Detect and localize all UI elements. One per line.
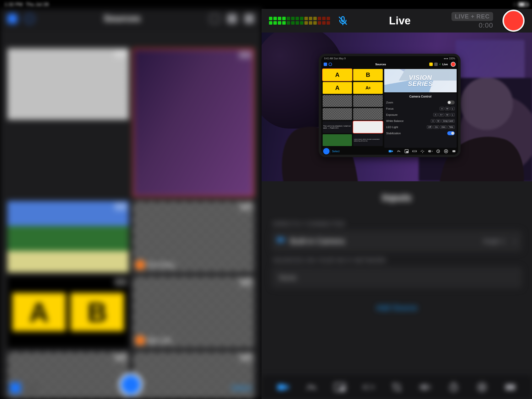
source-thumb[interactable] [7, 48, 129, 120]
toggle [447, 131, 455, 135]
info-icon[interactable] [25, 14, 34, 24]
mini-record-icon [451, 62, 456, 67]
inputs-panel: Inputs DIRECTLY CONNECTED Built-in Camer… [262, 181, 532, 375]
camera-icon [277, 237, 285, 245]
source-thumb[interactable] [7, 201, 129, 272]
layout-icon[interactable] [210, 14, 220, 24]
battery-icon [518, 2, 528, 7]
wifi-icon: 􀙇 [514, 2, 516, 7]
menu-icon [324, 63, 327, 66]
svg-rect-12 [277, 384, 285, 390]
svg-rect-2 [389, 150, 392, 152]
tab-transition-icon[interactable] [363, 382, 374, 393]
tab-stretch-icon[interactable] [419, 382, 431, 393]
source-thumb[interactable]: Pro Pres [133, 201, 254, 272]
control-tabbar [262, 375, 532, 399]
status-time: 1:32 PM [4, 2, 23, 7]
none-row: None [271, 267, 522, 288]
svg-rect-4 [406, 151, 408, 153]
chevron-right-icon: › [514, 237, 516, 245]
svg-point-9 [446, 151, 447, 152]
tab-crop-icon[interactable] [391, 382, 403, 393]
status-date: Thu Jul 28 [26, 2, 49, 7]
tab-camera-icon[interactable] [277, 382, 289, 393]
live-pane: Live LIVE + REC 0:00 9:41 AM Sun May 9 ●… [262, 9, 532, 399]
layout-icon [429, 63, 433, 66]
svg-rect-6 [430, 150, 431, 152]
share-icon[interactable] [244, 14, 254, 24]
svg-rect-20 [505, 384, 515, 390]
sources-title: Sources [34, 13, 210, 24]
sources-pane: Sources Pro Pres A B My Link [0, 9, 262, 399]
audio-vu-meter [269, 17, 330, 25]
toggle [447, 100, 455, 104]
mini-fab-icon [323, 148, 330, 154]
ios-status-bar: 1:32 PM Thu Jul 28 􀙇 [0, 0, 532, 9]
builtin-camera-row[interactable]: Built-in Camera Angle 1 › [271, 230, 522, 252]
svg-point-19 [481, 386, 483, 389]
tab-display-icon[interactable] [504, 382, 516, 393]
add-source-fab[interactable] [119, 373, 143, 397]
menu-icon[interactable] [7, 14, 17, 24]
tab-pip-icon[interactable] [334, 382, 346, 393]
source-thumb[interactable] [133, 48, 254, 197]
ipad-in-preview: 9:41 AM Sun May 9 ●●● 100% Sources < Liv… [319, 54, 461, 157]
select-button[interactable]: Select [231, 384, 252, 392]
record-button[interactable] [502, 10, 525, 32]
live-preview: 9:41 AM Sun May 9 ●●● 100% Sources < Liv… [262, 33, 532, 181]
section-network: SOURCES ON YOUR WI-FI NETWORK [273, 257, 521, 264]
check-icon [434, 63, 438, 66]
svg-rect-15 [422, 384, 424, 390]
tab-levels-icon[interactable] [306, 382, 317, 393]
info-icon [329, 63, 332, 66]
mic-muted-icon[interactable] [337, 15, 348, 26]
camera-icon [389, 149, 393, 153]
tab-timer-icon[interactable] [448, 382, 460, 393]
svg-rect-16 [425, 384, 427, 390]
tab-target-icon[interactable] [476, 382, 488, 393]
source-thumb[interactable]: A B [7, 276, 129, 348]
live-title: Live [356, 15, 444, 27]
view-grid-icon[interactable] [10, 382, 21, 393]
svg-rect-5 [429, 150, 430, 152]
svg-rect-14 [340, 387, 345, 391]
live-rec-chip: LIVE + REC [451, 12, 493, 21]
svg-rect-11 [277, 238, 283, 242]
inputs-title: Inputs [271, 192, 522, 203]
svg-rect-10 [452, 150, 455, 152]
source-thumb[interactable]: My Link [133, 276, 254, 348]
section-local: DIRECTLY CONNECTED [273, 220, 521, 227]
check-icon[interactable] [227, 14, 237, 24]
add-source-button[interactable]: Add Source [271, 303, 522, 312]
rec-timer: 0:00 [479, 21, 493, 29]
view-list-icon[interactable] [27, 382, 37, 393]
